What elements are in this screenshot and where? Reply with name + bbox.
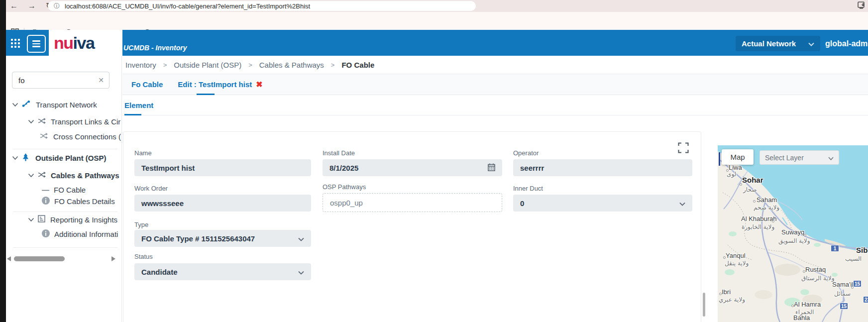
name-field[interactable]: TestImport hist xyxy=(134,159,311,176)
city-marker xyxy=(791,305,794,307)
network-selector[interactable]: Actual Network xyxy=(736,36,820,51)
nuiva-logo: nuiva xyxy=(54,34,94,51)
chevron-down-icon xyxy=(679,199,685,208)
tree-icon xyxy=(22,153,29,163)
scroll-left-arrow[interactable] xyxy=(7,256,11,261)
tab-fo-cable[interactable]: Fo Cable xyxy=(131,80,163,89)
route-badge: 23 xyxy=(863,296,868,303)
map-label-yanqul: Yanqul xyxy=(726,252,746,259)
inner-duct-select[interactable]: 0 xyxy=(513,195,692,212)
logo-plate: nuiva xyxy=(49,30,122,56)
chevron-down-icon[interactable] xyxy=(12,103,18,107)
map-label-samail-ar: سمائل xyxy=(834,290,851,297)
chevron-down-icon xyxy=(298,234,304,243)
install-date-label: Install Date xyxy=(323,149,355,157)
sidebar-item-transport-links[interactable]: Transport Links & Cir xyxy=(28,115,121,127)
operator-field[interactable]: seerrrr xyxy=(513,159,692,176)
fullscreen-icon[interactable] xyxy=(678,142,689,155)
inner-duct-label: Inner Duct xyxy=(513,185,543,192)
network-icon xyxy=(22,100,30,109)
sidebar-item-transport-network[interactable]: Transport Network xyxy=(12,99,121,110)
scroll-right-arrow[interactable] xyxy=(111,256,115,261)
work-order-label: Work Order xyxy=(134,185,168,192)
tab-edit-testimport[interactable]: Edit : TestImport hist ✖ xyxy=(178,80,262,89)
page-title: UCMDB - Inventory xyxy=(123,44,187,52)
shuffle-icon xyxy=(38,117,46,126)
osp-pathways-field[interactable]: ospp0_up xyxy=(323,193,502,212)
tab-element[interactable]: Element xyxy=(124,101,153,109)
clear-search-icon[interactable]: ✕ xyxy=(98,76,104,84)
sidebar-item-fo-cables-details[interactable]: FO Cables Details xyxy=(42,195,121,207)
layer-select[interactable]: Select Layer xyxy=(760,150,839,165)
sidebar-item-outside-plant[interactable]: Outside Plant (OSP) xyxy=(12,152,121,164)
sidebar-item-cross-connections[interactable]: Cross Connections ( xyxy=(40,130,121,142)
forward-icon[interactable]: → xyxy=(28,0,36,11)
chevron-down-icon[interactable] xyxy=(28,119,34,124)
chevron-down-icon xyxy=(298,268,304,276)
name-label: Name xyxy=(134,149,152,157)
url-text[interactable]: localhost:6088/ACE_UCMDB_UI/inv/fo-cable… xyxy=(65,2,310,10)
tab-bar: Fo Cable Edit : TestImport hist ✖ xyxy=(122,74,868,95)
breadcrumb-cables-pathways[interactable]: Cables & Pathways xyxy=(259,61,324,69)
map-label-suwayq-ar: ولاية السويق xyxy=(778,237,810,244)
chevron-down-icon xyxy=(828,154,834,162)
browser-toolbar: ← → ↻ ⌂ ⓘ localhost:6088/ACE_UCMDB_UI/in… xyxy=(0,0,868,12)
city-marker xyxy=(719,293,722,295)
operator-label: Operator xyxy=(513,149,539,157)
map-type-button[interactable]: Map xyxy=(722,149,754,165)
apps-grid-icon[interactable] xyxy=(11,39,20,48)
sidebar-item-cables-pathways[interactable]: Cables & Pathways xyxy=(28,169,121,181)
map-label-suwayq: Suwayq xyxy=(781,228,804,236)
app-window: ← → ↻ ⌂ ⓘ localhost:6088/ACE_UCMDB_UI/in… xyxy=(0,0,868,322)
work-order-field[interactable]: wwwssseee xyxy=(134,195,311,212)
user-name[interactable]: global-admin xyxy=(825,39,868,48)
window-edge xyxy=(0,0,6,322)
sidebar-item-fo-cable[interactable]: — FO Cable xyxy=(42,184,121,196)
element-tab-underline xyxy=(124,114,141,115)
chevron-down-icon xyxy=(808,39,814,48)
osp-pathways-label: OSP Pathways xyxy=(323,183,366,191)
address-bar[interactable]: ⓘ localhost:6088/ACE_UCMDB_UI/inv/fo-cab… xyxy=(48,1,476,11)
status-select[interactable]: Candidate xyxy=(134,263,311,280)
breadcrumb-separator: > xyxy=(331,61,335,69)
chevron-down-icon[interactable] xyxy=(28,173,34,178)
map-label-sib-ar: السيب xyxy=(845,255,862,262)
map-label-saham: Saham xyxy=(757,196,777,204)
tree-divider xyxy=(13,149,117,149)
sidebar-item-additional-information[interactable]: Additional Informati xyxy=(42,228,121,240)
section-tab-bar xyxy=(122,95,868,115)
map-label-saham-ar: ولاية صحم xyxy=(754,204,779,211)
vertical-scrollbar-thumb[interactable] xyxy=(703,293,705,317)
info-icon xyxy=(42,197,50,206)
city-marker xyxy=(740,183,742,186)
breadcrumb-outside-plant[interactable]: Outside Plant (OSP) xyxy=(174,61,241,69)
dash-icon: — xyxy=(42,186,49,194)
back-icon[interactable]: ← xyxy=(10,0,18,11)
info-icon xyxy=(42,229,50,239)
breadcrumb: Inventory > Outside Plant (OSP) > Cables… xyxy=(122,56,868,74)
horizontal-scrollbar-thumb[interactable] xyxy=(14,256,65,261)
city-marker xyxy=(723,256,726,259)
sidebar-search[interactable]: ✕ xyxy=(12,72,109,89)
download-icon[interactable] xyxy=(857,1,866,12)
install-date-field[interactable]: 8/1/2025 xyxy=(323,159,502,176)
search-input[interactable] xyxy=(18,76,93,85)
route-badge: 15 xyxy=(840,303,848,310)
status-label: Status xyxy=(134,253,153,260)
type-select[interactable]: FO Cable Type # 1511525643047 xyxy=(134,230,311,247)
city-marker xyxy=(804,234,806,236)
bookmarks-bar: cours Bootstrap vs Node.j... Connaître l… xyxy=(0,12,868,30)
calendar-icon[interactable] xyxy=(488,163,495,173)
close-tab-icon[interactable]: ✖ xyxy=(256,80,262,89)
site-info-icon[interactable]: ⓘ xyxy=(54,3,60,9)
cable-route-line xyxy=(719,152,720,166)
city-marker xyxy=(803,270,805,273)
chevron-down-icon[interactable] xyxy=(28,217,34,222)
sidebar-item-reporting-insights[interactable]: Reporting & Insights xyxy=(28,214,121,225)
map-label-samail: Sama'il xyxy=(832,281,853,288)
shuffle-icon xyxy=(40,132,48,141)
tree-divider xyxy=(13,212,117,212)
menu-toggle-button[interactable] xyxy=(27,35,46,53)
breadcrumb-inventory[interactable]: Inventory xyxy=(125,61,156,69)
chevron-down-icon[interactable] xyxy=(12,156,18,160)
